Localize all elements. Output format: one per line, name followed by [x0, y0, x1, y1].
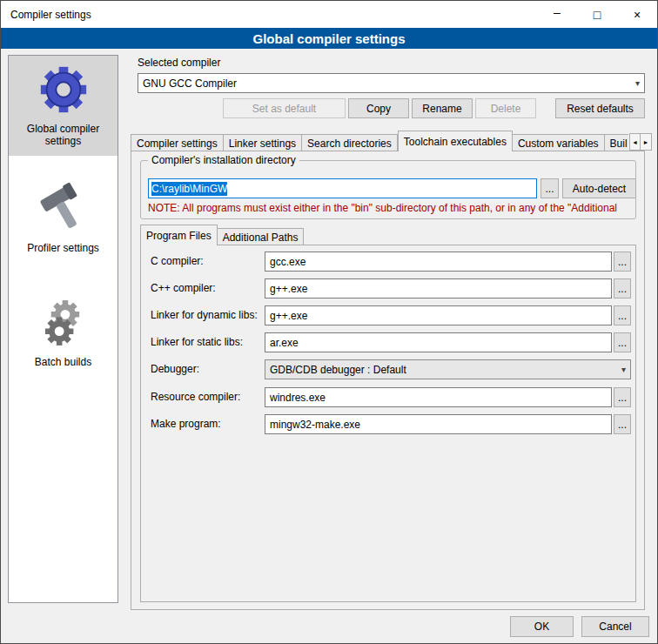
- compiler-select-value: GNU GCC Compiler: [143, 77, 237, 90]
- resource-compiler-input[interactable]: [265, 387, 612, 407]
- titlebar: Compiler settings – □ ×: [1, 1, 657, 28]
- set-as-default-button[interactable]: Set as default: [223, 98, 346, 118]
- copy-button[interactable]: Copy: [348, 98, 409, 118]
- batch-builds-gears-icon: [37, 296, 91, 350]
- make-program-label: Make program:: [151, 418, 221, 430]
- resource-compiler-label: Resource compiler:: [151, 391, 240, 403]
- program-tabs: Program Files Additional Paths: [140, 225, 304, 245]
- compiler-settings-tabs: Compiler settings Linker settings Search…: [131, 131, 628, 151]
- tab-custom-variables[interactable]: Custom variables: [513, 134, 605, 151]
- global-compiler-gear-icon: [37, 63, 91, 117]
- profiler-tool-icon: [37, 182, 91, 236]
- c-compiler-browse-button[interactable]: ...: [614, 252, 631, 272]
- cpp-compiler-input[interactable]: [265, 278, 612, 299]
- cpp-compiler-browse-button[interactable]: ...: [614, 278, 631, 299]
- tab-search-directories[interactable]: Search directories: [302, 134, 398, 151]
- sidebar-item-global-compiler-settings[interactable]: Global compiler settings: [9, 56, 118, 156]
- tab-compiler-settings[interactable]: Compiler settings: [131, 134, 224, 151]
- make-program-browse-button[interactable]: ...: [614, 414, 631, 434]
- resource-compiler-row: Resource compiler: ...: [140, 387, 636, 407]
- close-icon: ×: [634, 8, 641, 22]
- debugger-select-value: GDB/CDB debugger : Default: [270, 364, 406, 376]
- install-dir-browse-button[interactable]: ...: [540, 178, 559, 198]
- tab-scroll-right-icon[interactable]: ►: [641, 133, 652, 151]
- reset-defaults-button[interactable]: Reset defaults: [555, 98, 645, 118]
- compiler-settings-dialog: Compiler settings – □ × Global compiler …: [0, 0, 658, 644]
- linker-static-browse-button[interactable]: ...: [614, 332, 631, 352]
- resource-compiler-browse-button[interactable]: ...: [614, 387, 631, 407]
- tab-additional-paths[interactable]: Additional Paths: [218, 228, 305, 245]
- sidebar-item-label: Global compiler settings: [11, 123, 115, 147]
- c-compiler-input[interactable]: [265, 252, 612, 272]
- tab-toolchain-executables[interactable]: Toolchain executables: [398, 131, 513, 151]
- maximize-button[interactable]: □: [577, 1, 617, 28]
- sidebar-item-label: Profiler settings: [27, 242, 99, 254]
- linker-dynamic-row: Linker for dynamic libs: ...: [140, 305, 636, 325]
- c-compiler-row: C compiler: ...: [140, 252, 636, 272]
- tab-scroll-buttons: ◄ ►: [629, 133, 652, 151]
- minimize-button[interactable]: –: [537, 1, 577, 28]
- tab-build-options[interactable]: Buil: [605, 134, 628, 151]
- install-dir-selected-text: C:\raylib\MinGW: [151, 182, 227, 196]
- chevron-down-icon: ▾: [621, 365, 626, 374]
- debugger-label: Debugger:: [151, 363, 199, 375]
- linker-static-row: Linker for static libs: ...: [140, 332, 636, 352]
- cpp-compiler-row: C++ compiler: ...: [140, 278, 636, 299]
- maximize-icon: □: [594, 8, 601, 22]
- c-compiler-label: C compiler:: [151, 255, 204, 267]
- rename-button[interactable]: Rename: [412, 98, 473, 118]
- tab-linker-settings[interactable]: Linker settings: [224, 134, 302, 151]
- install-dir-note: NOTE: All programs must exist either in …: [148, 202, 638, 214]
- close-button[interactable]: ×: [617, 1, 657, 28]
- debugger-row: Debugger: GDB/CDB debugger : Default ▾: [140, 359, 636, 379]
- install-dir-input[interactable]: C:\raylib\MinGW: [148, 178, 537, 198]
- caption-buttons: – □ ×: [537, 1, 657, 28]
- delete-button[interactable]: Delete: [475, 98, 536, 118]
- window-title: Compiler settings: [1, 9, 537, 21]
- tab-program-files[interactable]: Program Files: [140, 225, 218, 245]
- sidebar-item-batch-builds[interactable]: Batch builds: [9, 289, 118, 377]
- minimize-icon: –: [554, 5, 561, 19]
- sidebar-item-profiler-settings[interactable]: Profiler settings: [9, 175, 118, 263]
- make-program-input[interactable]: [265, 414, 612, 434]
- cpp-compiler-label: C++ compiler:: [151, 282, 216, 294]
- dialog-header: Global compiler settings: [1, 28, 657, 49]
- linker-static-input[interactable]: [265, 332, 612, 352]
- debugger-select[interactable]: GDB/CDB debugger : Default ▾: [265, 359, 631, 379]
- linker-dynamic-input[interactable]: [265, 305, 612, 325]
- auto-detect-button[interactable]: Auto-detect: [562, 178, 636, 198]
- tab-scroll-left-icon[interactable]: ◄: [629, 133, 641, 151]
- chevron-down-icon: ▾: [635, 78, 640, 88]
- linker-dynamic-label: Linker for dynamic libs:: [151, 309, 258, 321]
- settings-sidebar: Global compiler settings Profiler settin…: [8, 55, 118, 603]
- sidebar-item-label: Batch builds: [35, 356, 91, 368]
- install-dir-group-title: Compiler's installation directory: [148, 154, 299, 166]
- linker-static-label: Linker for static libs:: [151, 336, 243, 348]
- cancel-button[interactable]: Cancel: [581, 616, 649, 637]
- linker-dynamic-browse-button[interactable]: ...: [614, 305, 631, 325]
- compiler-select[interactable]: GNU GCC Compiler ▾: [138, 73, 645, 93]
- ok-button[interactable]: OK: [510, 616, 574, 637]
- make-program-row: Make program: ...: [140, 414, 636, 434]
- selected-compiler-label: Selected compiler: [138, 57, 220, 69]
